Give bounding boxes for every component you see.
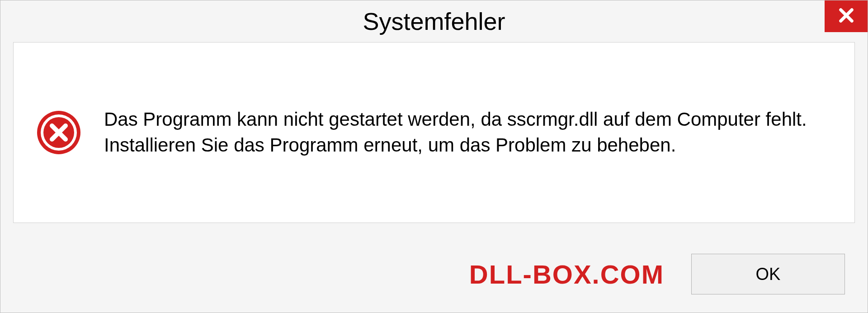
dialog-footer: DLL-BOX.COM OK bbox=[0, 236, 868, 313]
ok-button[interactable]: OK bbox=[691, 254, 845, 294]
dialog-title: Systemfehler bbox=[363, 7, 505, 35]
close-button[interactable] bbox=[825, 0, 868, 32]
close-icon bbox=[837, 6, 856, 27]
error-icon bbox=[36, 110, 81, 155]
watermark-text: DLL-BOX.COM bbox=[469, 259, 664, 289]
error-message: Das Programm kann nicht gestartet werden… bbox=[104, 107, 832, 158]
error-dialog: Systemfehler Das Programm kann nicht ges… bbox=[0, 0, 868, 313]
content-panel: Das Programm kann nicht gestartet werden… bbox=[13, 42, 855, 223]
titlebar: Systemfehler bbox=[0, 0, 868, 42]
